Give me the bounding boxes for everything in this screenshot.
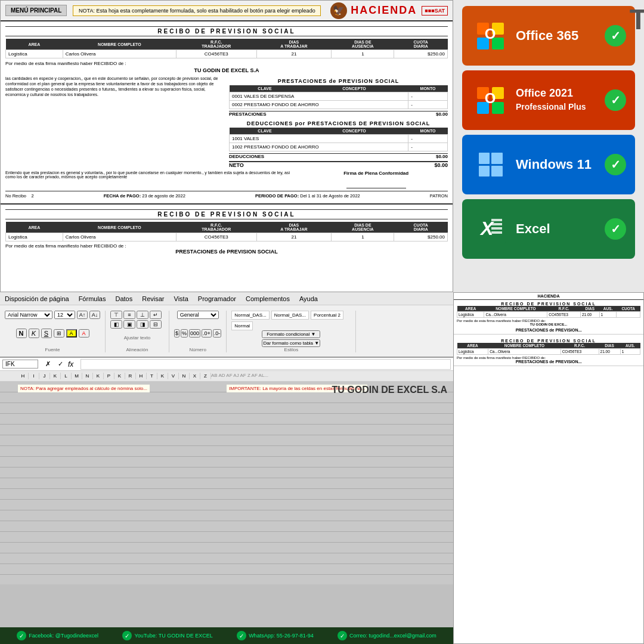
menu-ayuda[interactable]: Ayuda: [299, 295, 318, 302]
number-buttons: $ % 000 .0+ .0-: [174, 329, 221, 338]
col-L[interactable]: L: [61, 373, 72, 379]
formato-cond-btn[interactable]: Formato condicional ▼: [262, 330, 320, 338]
menu-complementos[interactable]: Complementos: [246, 295, 290, 302]
col-N[interactable]: N: [82, 373, 93, 379]
align-bottom-btn[interactable]: ⊥: [137, 311, 148, 319]
sr2-area-val: Logistica: [457, 349, 488, 355]
align-center-btn[interactable]: ▣: [123, 320, 135, 329]
deducciones-table: CLAVE CONCEPTO MONTO 1001 VALES - 1002 P…: [229, 128, 448, 151]
col-J[interactable]: J: [39, 373, 50, 379]
col-V[interactable]: V: [168, 373, 179, 379]
style-porcentual[interactable]: Porcentual 2: [311, 311, 343, 320]
deducciones-label: DEDUCCIONES: [229, 154, 264, 159]
bold-btn[interactable]: N: [16, 329, 27, 338]
office365-badge[interactable]: O Office 365 ✓: [462, 6, 635, 66]
align-left-btn[interactable]: ◧: [110, 320, 122, 329]
col-headers: H I J K L M N K P K R H T K V N X Z AB A…: [0, 371, 453, 382]
menu-vista[interactable]: Vista: [174, 295, 188, 302]
sat-logo: ■■■SAT: [422, 6, 448, 16]
right-prestaciones: PRESTACIONES de PREVISION SOCIAL CLAVE C…: [229, 76, 448, 168]
whatsapp-text: WhatsApp: 55-26-97-81-94: [249, 633, 314, 639]
col-H2[interactable]: H: [136, 373, 147, 379]
receipt-table-header: AREA NOMBRE COMPLETO R.F.C.TRABAJADOR DI…: [5, 39, 448, 58]
col2-cuota: CUOTADIARIA: [394, 222, 448, 233]
excel-badge[interactable]: X Excel ✓: [462, 199, 635, 259]
prest-monto1: -: [408, 92, 448, 101]
windows11-badge[interactable]: Windows 11 ✓: [462, 135, 635, 194]
italic-btn[interactable]: K: [29, 329, 39, 338]
menu-disposicion[interactable]: Disposición de página: [5, 295, 69, 302]
office2021-badge[interactable]: O Office 2021 Professional Plus ✓: [462, 70, 635, 130]
font-family-select[interactable]: Arial Narrow: [5, 311, 52, 319]
merge-btn[interactable]: ⊟: [150, 320, 162, 329]
col-T[interactable]: T: [147, 373, 157, 379]
style-normal[interactable]: Normal: [231, 321, 253, 330]
col-I[interactable]: I: [29, 373, 39, 379]
dar-formato-btn[interactable]: Dar formato como tabla ▼: [262, 339, 320, 347]
align-top-btn[interactable]: ⊤: [110, 311, 122, 319]
col-H[interactable]: H: [18, 373, 29, 379]
col2-dias-aus: DIAS DEAUSENCIA: [332, 222, 394, 233]
styles-group: Normal_DAS... Normal_DAS... Porcentual 2…: [231, 311, 356, 352]
youtube-text: YouTube: TU GODIN DE EXCEL: [134, 633, 212, 639]
col-area: AREA: [6, 39, 63, 50]
sr-cuota-val: [617, 312, 640, 318]
thousands-btn[interactable]: 000: [189, 329, 200, 338]
menu-datos[interactable]: Datos: [115, 295, 132, 302]
sr-row-1: Logistica Ca...Olivera CO456TE3 21.00 1: [457, 312, 640, 318]
cell2-dias-trab: 21: [256, 233, 332, 242]
menu-revisar[interactable]: Revisar: [142, 295, 164, 302]
excel-check: ✓: [605, 218, 626, 240]
sr2-area: AREA: [457, 343, 488, 349]
menu-formulas[interactable]: Fórmulas: [79, 295, 106, 302]
monto-col: MONTO: [408, 85, 448, 92]
col-X[interactable]: X: [190, 373, 200, 379]
windows11-check: ✓: [605, 154, 626, 175]
grid-bg: [0, 382, 453, 584]
style-normal-das[interactable]: Normal_DAS...: [231, 311, 269, 320]
col-K4[interactable]: K: [157, 373, 168, 379]
formula-input[interactable]: [80, 359, 451, 370]
neto-label: NETO: [229, 162, 244, 168]
percent-btn[interactable]: %: [181, 329, 188, 338]
align-middle-btn[interactable]: ≡: [123, 311, 135, 319]
col-M[interactable]: M: [72, 373, 82, 379]
menu-principal-button[interactable]: MENÚ PRINCIPAL: [5, 5, 67, 16]
col-K3[interactable]: K: [114, 373, 125, 379]
border-btn[interactable]: ⊞: [54, 329, 64, 338]
underline-btn[interactable]: S: [41, 329, 52, 338]
decrease-decimal-btn[interactable]: .0-: [213, 329, 222, 338]
col-P[interactable]: P: [104, 373, 114, 379]
cell-reference-input[interactable]: [2, 360, 38, 369]
increase-decimal-btn[interactable]: .0+: [202, 329, 212, 338]
ded-item2: 1002 PRESTAMO FONDO DE AHORRO: [230, 143, 408, 151]
col-Z[interactable]: Z: [200, 373, 211, 379]
font-color-btn[interactable]: A: [79, 329, 89, 338]
sr2-rfc: R.F.C.: [561, 343, 599, 349]
wrap-text-btn[interactable]: ↵: [150, 311, 162, 319]
ded-clave-col: CLAVE: [230, 128, 301, 135]
excel-label: Excel: [510, 221, 605, 237]
decrease-font-btn[interactable]: A↓: [89, 311, 100, 319]
align-right-btn[interactable]: ◨: [137, 320, 148, 329]
por-medio-2: Por medio de esta firma manifiesto haber…: [5, 243, 448, 249]
col-K2[interactable]: K: [93, 373, 104, 379]
fill-color-btn[interactable]: A: [66, 329, 77, 338]
col-N2[interactable]: N: [179, 373, 190, 379]
sr-aus-val: 1: [599, 312, 617, 318]
font-size-select[interactable]: 12: [54, 311, 75, 319]
footer-bar: ✓ Facebook: @Tugodindeexcel ✓ YouTube: T…: [0, 627, 453, 644]
col-R[interactable]: R: [125, 373, 136, 379]
col-K[interactable]: K: [50, 373, 61, 379]
sr-empresa: TU GODIN DE EXCE...: [457, 323, 640, 326]
svg-rect-13: [491, 223, 502, 225]
small-receipt-2: RECIBO DE PREVISION SOCIAL AREA NOMBRE C…: [454, 337, 643, 366]
menu-programador[interactable]: Programador: [198, 295, 236, 302]
style-normal-das2[interactable]: Normal_DAS...: [271, 311, 309, 320]
currency-btn[interactable]: $: [174, 329, 179, 338]
receipt-2: RECIBO DE PREVISION SOCIAL AREA NOMBRE C…: [1, 203, 453, 257]
number-format-select[interactable]: General: [177, 311, 219, 319]
increase-font-btn[interactable]: A↑: [77, 311, 88, 319]
numero-label: Número: [189, 347, 206, 352]
office2021-icon: O: [471, 81, 510, 120]
